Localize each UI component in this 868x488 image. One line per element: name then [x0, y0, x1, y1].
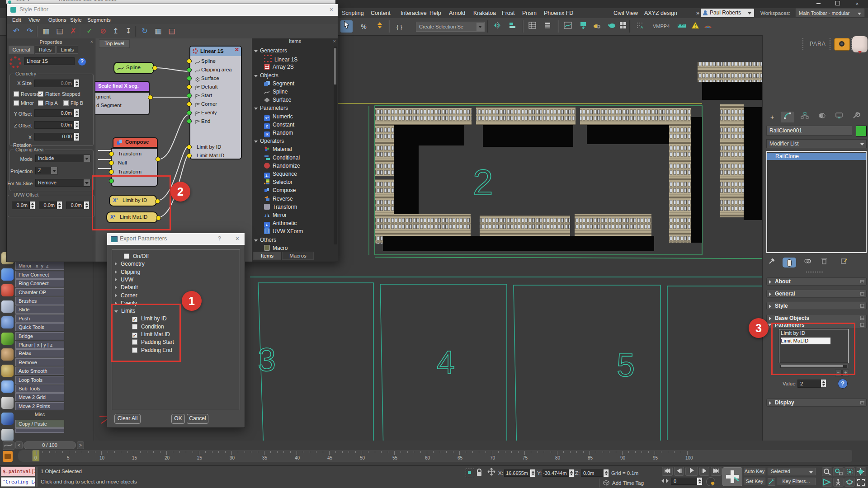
node-name-field[interactable]: Linear 1S — [24, 57, 75, 65]
walk-through-icon[interactable] — [833, 478, 844, 487]
named-selection-set-field[interactable]: Create Selection Se — [416, 22, 485, 32]
x-size-field[interactable]: 0.0m — [34, 80, 74, 87]
menu-help[interactable]: Help — [429, 8, 441, 18]
lt-move-2-points[interactable]: Move 2 Points — [15, 402, 64, 410]
lt-loop-tools[interactable]: Loop Tools — [15, 376, 64, 384]
input-socket-null[interactable] — [109, 160, 114, 165]
menu-scripting[interactable]: Scripting — [342, 8, 364, 18]
checkbox-flatten-stepped[interactable]: ✓ — [38, 91, 43, 97]
lt-sub-tools[interactable]: Sub Tools — [15, 385, 64, 393]
play-button[interactable] — [685, 467, 698, 476]
items-item-transform[interactable]: Transform — [264, 203, 344, 211]
lt-bridge[interactable]: Bridge — [15, 332, 64, 340]
items-item-conditional[interactable]: Conditional — [264, 154, 344, 162]
remove-modifier-icon[interactable] — [819, 258, 830, 267]
help-button[interactable]: ? — [838, 379, 848, 389]
script-icon-9[interactable] — [1, 397, 14, 409]
uvw-v-spinner[interactable] — [57, 202, 62, 209]
export-param-uvw[interactable]: UVW — [112, 276, 239, 284]
items-item-uvw-xform[interactable]: UVW XForm — [264, 227, 344, 235]
lt-mirror-x-y-z[interactable]: Mirror x y z — [15, 262, 64, 270]
select-object-icon[interactable] — [340, 20, 353, 33]
menu-civil-view[interactable]: Civil View — [613, 8, 638, 18]
input-socket-corner[interactable] — [187, 102, 192, 107]
input-socket-spline[interactable] — [187, 59, 192, 64]
uvw-v-field[interactable]: 0.0m — [39, 202, 57, 209]
items-item-numeric[interactable]: X²Numeric — [264, 113, 344, 121]
make-unique-icon[interactable] — [802, 258, 813, 267]
se-menu-options[interactable]: Options — [48, 16, 66, 24]
menu-krakatoa[interactable]: Krakatoa — [473, 8, 496, 18]
dialog-title-bar[interactable]: Export Parameters ? × — [107, 233, 245, 245]
export-param-clipping[interactable]: Clipping — [112, 268, 239, 276]
tab-macros[interactable]: Macros — [282, 252, 314, 260]
redo-icon[interactable]: ↷ — [24, 25, 36, 37]
export-param-corner[interactable]: Corner — [112, 292, 239, 300]
maxscript-listener-line2[interactable]: "Creating La — [1, 477, 35, 487]
auto-key-button[interactable]: Auto Key — [744, 468, 765, 475]
selection-lock-icon[interactable] — [476, 469, 482, 476]
refresh-icon[interactable]: ↻ — [139, 25, 151, 37]
show-end-result-icon[interactable] — [783, 258, 796, 267]
items-category-operators[interactable]: Operators — [254, 137, 335, 145]
warning-icon[interactable]: ! — [689, 20, 701, 33]
lt-flow-connect[interactable]: Flow Connect — [15, 271, 64, 279]
script-icon-5[interactable] — [1, 333, 14, 345]
frame-step-buttons[interactable] — [661, 478, 669, 485]
menu-[interactable]: » — [696, 8, 699, 18]
close-icon[interactable]: × — [330, 6, 333, 13]
zoom-extents-icon[interactable] — [844, 467, 855, 476]
grid-align-icon[interactable]: A — [634, 20, 646, 33]
mirror-icon[interactable] — [491, 20, 503, 33]
next-key-button[interactable] — [699, 467, 709, 476]
check-style-icon[interactable]: ✓ — [84, 25, 95, 37]
x-rotation-spinner[interactable] — [74, 133, 79, 141]
rollout-about[interactable]: About — [766, 277, 867, 286]
lt-remove[interactable]: Remove — [15, 358, 64, 366]
items-item-selector[interactable]: Selector — [264, 178, 344, 186]
items-item-material[interactable]: Material — [264, 145, 344, 153]
camera-icon[interactable] — [834, 38, 850, 51]
time-slider[interactable]: 0 / 100 — [24, 441, 76, 449]
items-item-sequence[interactable]: 1₂Sequence — [264, 170, 344, 178]
add-time-tag[interactable]: Add Time Tag — [612, 479, 644, 487]
modifier-stack[interactable]: RailClone — [766, 151, 867, 253]
rollout-general[interactable]: General — [766, 290, 867, 298]
items-category-others[interactable]: Others — [254, 236, 335, 244]
pin-stack-icon[interactable] — [766, 258, 777, 267]
input-socket-transform[interactable] — [109, 169, 114, 174]
isolate-selection-icon[interactable] — [466, 469, 474, 477]
lt-slide[interactable]: Slide — [15, 305, 64, 314]
key-mode-icon[interactable] — [768, 478, 775, 486]
uvw-w-spinner[interactable] — [84, 202, 89, 209]
select-by-name-icon[interactable]: % — [358, 20, 370, 33]
help-icon[interactable]: ? — [218, 235, 221, 242]
items-item-mirror[interactable]: Mirror — [264, 211, 344, 219]
node-spline[interactable]: Spline — [113, 62, 154, 74]
track-bar[interactable]: 0510152025303540455055606570758085909510… — [18, 450, 852, 462]
cancel-button[interactable]: Cancel — [187, 414, 208, 424]
modifier-list-dropdown[interactable]: Modifier List — [766, 139, 867, 148]
items-item-compose[interactable]: Compose — [264, 186, 344, 194]
orbit-icon[interactable] — [844, 478, 855, 487]
mode-dropdown[interactable]: Include — [35, 155, 90, 162]
x-spinner[interactable] — [530, 469, 535, 477]
input-socket-end[interactable] — [187, 119, 192, 124]
y-coordinate-field[interactable]: -30.4744m — [542, 469, 569, 477]
items-category-objects[interactable]: Objects — [254, 71, 335, 80]
object-name-field[interactable]: RailClone001 — [766, 126, 852, 136]
curve-editor-icon[interactable] — [561, 20, 574, 33]
transform-gizmo-icon[interactable] — [487, 468, 495, 476]
import-style-icon[interactable]: ↥ — [110, 25, 122, 37]
lt-chamfer-op[interactable]: Chamfer OP — [15, 288, 64, 296]
script-icon-1[interactable] — [1, 268, 14, 281]
y-spinner[interactable] — [569, 469, 574, 477]
tab-items[interactable]: Items — [253, 252, 281, 260]
disable-icon[interactable]: ⊘ — [97, 25, 109, 37]
tab-utilities[interactable] — [849, 112, 863, 122]
set-key-button[interactable]: Set Key — [744, 478, 765, 485]
node-scale-body[interactable]: gment d Segment — [95, 92, 150, 115]
input-socket-surface[interactable] — [187, 76, 192, 81]
modifier-stack-entry[interactable]: RailClone — [767, 153, 866, 160]
items-item-array-2s[interactable]: Array 2S — [264, 63, 344, 71]
